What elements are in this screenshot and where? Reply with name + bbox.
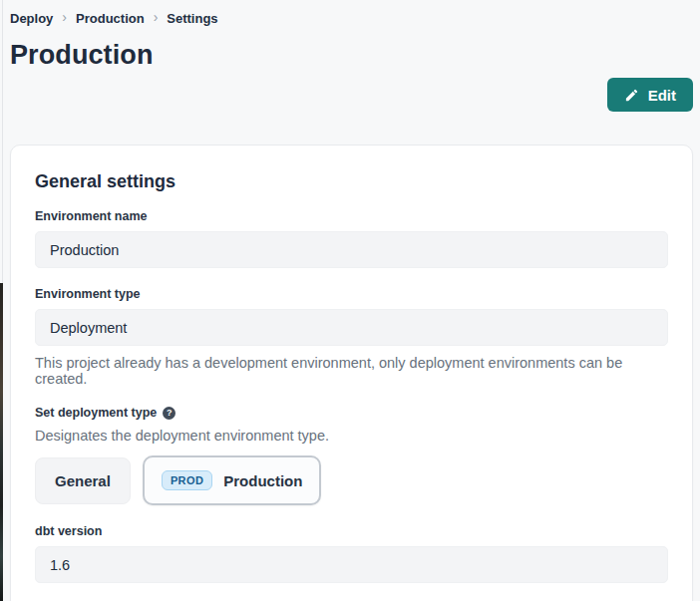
deployment-type-field: Set deployment type ? Designates the dep… [35, 406, 668, 505]
dbt-version-field: dbt version [35, 524, 668, 583]
deployment-type-general-button[interactable]: General [35, 457, 131, 504]
environment-name-input[interactable] [35, 231, 668, 268]
deployment-type-description: Designates the deployment environment ty… [35, 428, 668, 444]
deployment-type-label: Set deployment type ? [35, 406, 668, 420]
environment-type-label: Environment type [35, 287, 668, 301]
environment-name-label: Environment name [35, 209, 668, 223]
settings-page: Deploy › Production › Settings Productio… [0, 0, 700, 601]
general-settings-card: General settings Environment name Enviro… [10, 145, 693, 601]
deployment-type-production-button[interactable]: PROD Production [143, 455, 322, 505]
production-option-label: Production [223, 472, 302, 489]
environment-name-field: Environment name [35, 209, 668, 268]
edit-button-label: Edit [648, 87, 676, 104]
help-icon[interactable]: ? [163, 407, 175, 420]
environment-type-input[interactable] [35, 309, 668, 346]
environment-type-helper: This project already has a development e… [35, 355, 668, 387]
general-option-label: General [55, 472, 111, 489]
chevron-right-icon: › [154, 9, 159, 25]
dbt-version-input[interactable] [35, 546, 668, 583]
prod-badge: PROD [162, 470, 212, 490]
page-title: Production [10, 40, 693, 71]
pencil-icon [624, 88, 639, 103]
breadcrumb-settings: Settings [167, 11, 217, 26]
deployment-type-label-text: Set deployment type [35, 406, 157, 420]
edit-button[interactable]: Edit [607, 78, 693, 112]
breadcrumb-deploy[interactable]: Deploy [10, 11, 53, 26]
action-row: Edit [10, 78, 693, 112]
breadcrumb-production[interactable]: Production [76, 11, 145, 26]
card-heading: General settings [35, 171, 668, 192]
deployment-type-toggle: General PROD Production [35, 455, 668, 505]
environment-type-field: Environment type This project already ha… [35, 287, 668, 387]
chevron-right-icon: › [62, 9, 67, 25]
dbt-version-label: dbt version [35, 524, 668, 538]
breadcrumb: Deploy › Production › Settings [10, 0, 693, 26]
